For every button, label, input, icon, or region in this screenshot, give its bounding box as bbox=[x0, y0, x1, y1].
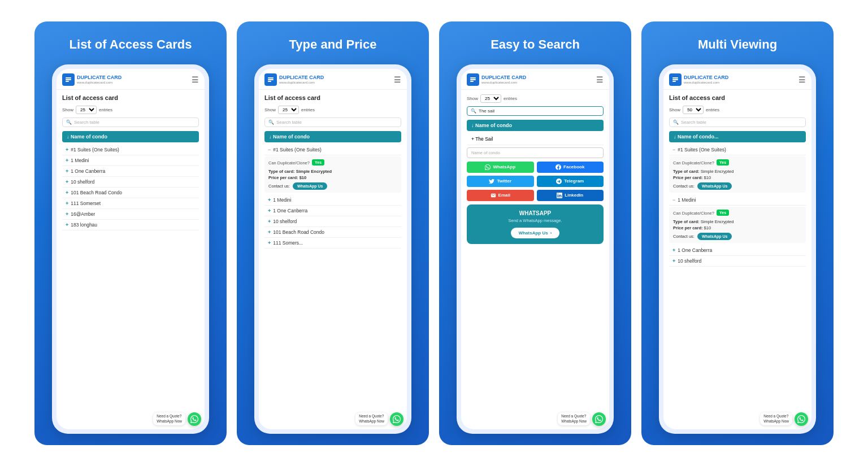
svg-rect-3 bbox=[66, 81, 69, 82]
whatsapp-float-icon-2[interactable] bbox=[390, 412, 403, 426]
price-line-2: Price per card: $10 bbox=[268, 175, 397, 180]
wa-title: WHATSAPP bbox=[472, 210, 598, 216]
table-row[interactable]: +101 Beach Road Condo bbox=[264, 227, 401, 238]
search-bar-2: 🔍 Search table bbox=[264, 117, 401, 127]
panel-type-price: Type and Price DUPLICATE CARD www.duplic… bbox=[237, 21, 429, 445]
show-select-2[interactable]: 25 bbox=[278, 106, 299, 114]
show-select-1[interactable]: 25 bbox=[76, 106, 97, 114]
search-placeholder-4: Search table bbox=[681, 120, 706, 125]
float-quote-2[interactable]: Need a Quote? WhatsApp Now bbox=[355, 412, 403, 426]
social-btn-linkedin[interactable]: LinkedIn bbox=[537, 190, 604, 201]
svg-rect-13 bbox=[672, 77, 678, 79]
logo-text-2: DUPLICATE CARD www.duplicatecard.com bbox=[279, 75, 324, 84]
panel-multi-viewing: Multi Viewing DUPLICATE CARD www.duplica… bbox=[641, 21, 834, 445]
table-row[interactable]: +10 shelford bbox=[264, 216, 401, 227]
logo-text-3: DUPLICATE CARD www.duplicatecard.com bbox=[481, 75, 526, 84]
table-row[interactable]: +111 Somerset bbox=[62, 198, 199, 209]
table-row[interactable]: +101 Beach Road Condo bbox=[62, 188, 199, 198]
logo-icon-4 bbox=[669, 73, 682, 86]
table-header-4[interactable]: ↓ Name of condo... bbox=[669, 131, 806, 142]
show-select-3[interactable]: 25 bbox=[480, 94, 501, 103]
table-header-3[interactable]: ↓ Name of condo bbox=[467, 120, 604, 131]
search-bar-1: 🔍 Search table bbox=[62, 117, 199, 127]
social-btn-facebook[interactable]: Facebook bbox=[537, 162, 604, 173]
showcase: List of Access Cards DUPLICATE CARD www.… bbox=[0, 0, 868, 466]
panel-2-title: Type and Price bbox=[289, 37, 377, 52]
svg-rect-15 bbox=[672, 81, 676, 82]
show-select-4[interactable]: 50 bbox=[683, 106, 704, 114]
whatsapp-float-icon-3[interactable] bbox=[592, 412, 606, 426]
table-row[interactable]: +111 Somers... bbox=[264, 238, 401, 249]
search-placeholder-1: Search table bbox=[74, 120, 99, 125]
panel-4-title: Multi Viewing bbox=[698, 37, 777, 52]
float-quote-1[interactable]: Need a Quote? WhatsApp Now bbox=[153, 412, 201, 426]
whatsapp-btn-4b[interactable]: WhatsApp Us bbox=[697, 233, 732, 240]
hamburger-3[interactable]: ☰ bbox=[596, 75, 604, 84]
float-text-4: Need a Quote? WhatsApp Now bbox=[760, 412, 792, 425]
table-row[interactable]: +16@Amber bbox=[62, 209, 199, 220]
search-placeholder-2: Search table bbox=[276, 120, 302, 125]
table-row[interactable]: +183 longhau bbox=[62, 220, 199, 230]
type-line-4a: Type of card: Simple Encrypted bbox=[673, 169, 802, 174]
expanded-content-4a: Can Duplicate/Clone? Yes Type of card: S… bbox=[669, 156, 806, 193]
float-quote-4[interactable]: Need a Quote? WhatsApp Now bbox=[760, 412, 808, 426]
app-header-4: DUPLICATE CARD www.duplicatecard.com ☰ bbox=[663, 69, 811, 90]
svg-rect-5 bbox=[268, 77, 274, 79]
social-btn-email[interactable]: Email bbox=[467, 190, 534, 201]
app-content-1: List of access card Show 25 entries 🔍 Se… bbox=[57, 90, 205, 429]
social-buttons: WhatsApp Facebook Twitter Telegram bbox=[467, 162, 604, 201]
app-logo-2: DUPLICATE CARD www.duplicatecard.com bbox=[264, 73, 324, 86]
svg-rect-1 bbox=[66, 77, 71, 79]
search-result-item[interactable]: + The Sail bbox=[467, 133, 604, 145]
table-header-1[interactable]: ↓ Name of condo bbox=[62, 131, 199, 142]
social-btn-telegram[interactable]: Telegram bbox=[537, 176, 604, 187]
social-btn-whatsapp[interactable]: WhatsApp bbox=[467, 162, 534, 173]
table-row[interactable]: +1 Medini bbox=[264, 195, 401, 206]
hamburger-1[interactable]: ☰ bbox=[192, 75, 199, 84]
search-bar-3[interactable]: 🔍 The sail bbox=[467, 106, 604, 116]
whatsapp-btn-2[interactable]: WhatsApp Us bbox=[293, 182, 328, 190]
panel-3-title: Easy to Search bbox=[491, 37, 580, 52]
can-dup-row-4a: Can Duplicate/Clone? Yes bbox=[673, 159, 802, 167]
hamburger-2[interactable]: ☰ bbox=[394, 75, 401, 84]
page-title-2: List of access card bbox=[264, 94, 401, 101]
table-header-2[interactable]: ↓ Name of condo bbox=[264, 131, 401, 142]
whatsapp-float-icon-4[interactable] bbox=[795, 412, 808, 426]
hamburger-4[interactable]: ☰ bbox=[798, 75, 806, 84]
expanded-row-4a-header[interactable]: − #1 Suites (One Suites) bbox=[669, 145, 806, 155]
wa-cta-button[interactable]: WhatsApp Us › bbox=[511, 228, 560, 238]
float-quote-3[interactable]: Need a Quote? WhatsApp Now bbox=[558, 412, 606, 426]
name-of-condo-input[interactable]: Name of condo bbox=[467, 147, 604, 158]
controls-3: Show 25 entries bbox=[467, 94, 604, 103]
panel-3-phone-inner: DUPLICATE CARD www.duplicatecard.com ☰ S… bbox=[461, 69, 609, 429]
logo-icon-3 bbox=[467, 73, 479, 86]
table-row[interactable]: +#1 Suites (One Suites) bbox=[62, 145, 199, 155]
social-btn-twitter[interactable]: Twitter bbox=[467, 176, 534, 187]
search-bar-4: 🔍 Search table bbox=[669, 117, 806, 127]
panel-1-title: List of Access Cards bbox=[70, 37, 192, 52]
svg-rect-6 bbox=[268, 79, 274, 80]
svg-rect-14 bbox=[672, 79, 678, 80]
table-row[interactable]: +1 One Canberra bbox=[62, 166, 199, 177]
expanded-row-4b-header[interactable]: − 1 Medini bbox=[669, 195, 806, 206]
search-icon-3: 🔍 bbox=[471, 108, 476, 114]
panel-1-phone-inner: DUPLICATE CARD www.duplicatecard.com ☰ L… bbox=[57, 69, 205, 429]
whatsapp-btn-4a[interactable]: WhatsApp Us bbox=[697, 182, 732, 190]
whatsapp-section: WHATSAPP Send a WhatsApp message. WhatsA… bbox=[467, 204, 604, 244]
app-header-3: DUPLICATE CARD www.duplicatecard.com ☰ bbox=[461, 69, 609, 90]
table-row[interactable]: +1 Medini bbox=[62, 155, 199, 166]
expanded-row-header[interactable]: − #1 Suites (One Suites) bbox=[264, 145, 401, 155]
table-row[interactable]: +1 One Canberra bbox=[264, 206, 401, 216]
type-line-4b: Type of card: Simple Encrypted bbox=[673, 219, 802, 224]
app-content-2: List of access card Show 25 entries 🔍 Se… bbox=[259, 90, 407, 429]
table-row[interactable]: +1 One Canberra bbox=[669, 245, 806, 256]
contact-line-4a: Contact us: WhatsApp Us bbox=[673, 182, 802, 190]
table-row[interactable]: +10 shelford bbox=[669, 256, 806, 267]
table-row[interactable]: +10 shelford bbox=[62, 177, 199, 188]
panel-list-access-cards: List of Access Cards DUPLICATE CARD www.… bbox=[34, 21, 227, 445]
search-text-3: The sail bbox=[479, 108, 494, 114]
float-text-1: Need a Quote? WhatsApp Now bbox=[153, 412, 185, 425]
page-title-4: List of access card bbox=[669, 94, 806, 101]
search-icon-4: 🔍 bbox=[673, 120, 679, 125]
whatsapp-float-icon-1[interactable] bbox=[188, 412, 201, 426]
